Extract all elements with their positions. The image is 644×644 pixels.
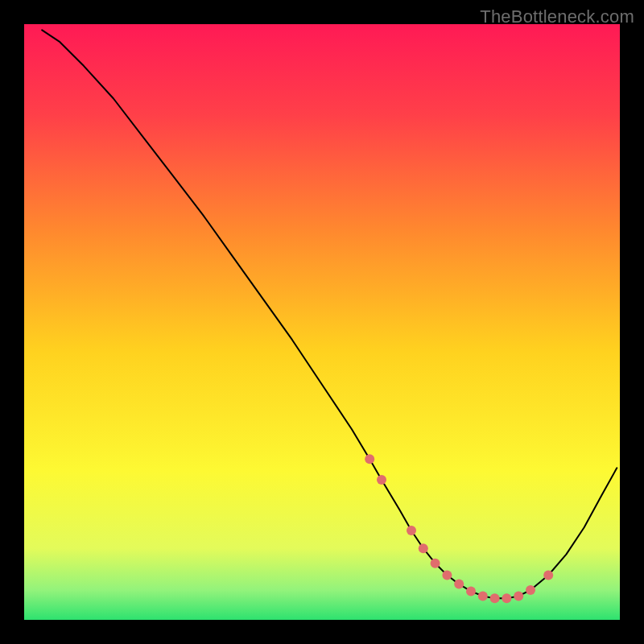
- plot-svg: [24, 24, 620, 620]
- highlight-dot: [502, 593, 511, 603]
- highlight-dot: [365, 454, 374, 464]
- highlight-dot: [454, 580, 464, 589]
- highlight-dot: [407, 526, 416, 535]
- highlight-dot: [478, 591, 488, 601]
- chart-canvas: TheBottleneck.com: [0, 0, 644, 644]
- plot-area: [24, 24, 620, 620]
- highlight-dot: [526, 585, 535, 595]
- highlight-dot: [514, 591, 523, 601]
- watermark-text: TheBottleneck.com: [480, 6, 634, 27]
- highlight-dot: [543, 571, 553, 580]
- highlight-dot: [466, 586, 476, 596]
- highlight-dot: [431, 559, 440, 568]
- highlight-dot: [490, 593, 500, 603]
- highlight-dot: [419, 543, 428, 553]
- highlight-dot: [377, 475, 386, 485]
- gradient-background: [24, 24, 620, 620]
- highlight-dot: [442, 571, 452, 580]
